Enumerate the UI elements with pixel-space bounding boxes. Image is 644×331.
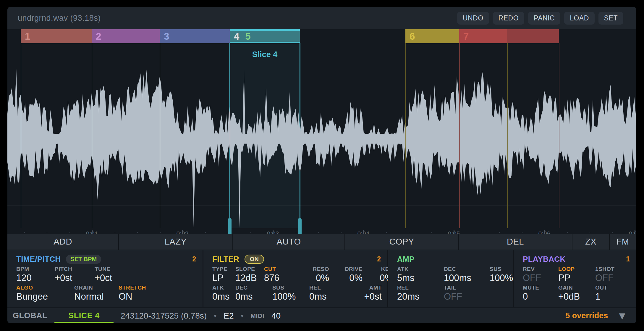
add-button[interactable]: ADD (7, 234, 118, 250)
param-stretch[interactable]: STRETCHON (119, 285, 163, 302)
param-sus[interactable]: SUS100% (272, 285, 309, 302)
param-value[interactable]: 0% (334, 273, 363, 283)
param-1shot[interactable]: 1SHOTOFF (595, 266, 631, 283)
zx-button[interactable]: ZX (572, 234, 609, 250)
slice-boundary-line[interactable] (160, 43, 160, 228)
waveform-zone[interactable]: Slice 4 1234567 0:010:020:030:040:050:06… (7, 29, 636, 234)
param-type[interactable]: TYPELP (212, 266, 235, 283)
param-label: MUTE (523, 285, 558, 291)
param-value[interactable]: Normal (74, 292, 119, 302)
param-value[interactable]: Bungee (16, 292, 74, 302)
param-cut[interactable]: CUT876 (264, 266, 300, 283)
param-value[interactable]: 5ms (397, 273, 444, 283)
param-value[interactable]: ON (119, 292, 163, 302)
param-drive[interactable]: DRIVE0% (334, 266, 368, 283)
param-bpm[interactable]: BPM120 (16, 266, 55, 283)
redo-button[interactable]: REDO (493, 12, 524, 25)
param-value[interactable]: +0st (348, 292, 382, 302)
param-pitch[interactable]: PITCH+0st (55, 266, 95, 283)
ruler-minor-tick (69, 232, 70, 233)
param-value[interactable]: PP (558, 273, 595, 283)
panel-header: FILTERON2 (212, 254, 381, 264)
param-tune[interactable]: TUNE+0ct (95, 266, 154, 283)
panel-title: TIME/PITCH (16, 255, 61, 264)
slice-header-6[interactable]: 6 (405, 29, 459, 43)
param-value[interactable]: 12dB (235, 273, 264, 283)
slice-header-unlabeled[interactable] (507, 29, 559, 43)
slice-header-4[interactable]: 45 (230, 29, 300, 43)
param-rel[interactable]: REL0ms (309, 285, 348, 302)
ruler-minor-tick (160, 232, 161, 233)
param-label: REV (523, 266, 558, 272)
undo-button[interactable]: UNDO (457, 12, 489, 25)
param-value[interactable]: 876 (264, 273, 300, 283)
panel-row: REL20msTAILOFF (397, 285, 507, 302)
param-atk[interactable]: ATK5ms (397, 266, 444, 283)
param-dec[interactable]: DEC100ms (444, 266, 490, 283)
param-value[interactable]: 0ms (309, 292, 348, 302)
param-loop[interactable]: LOOPPP (558, 266, 595, 283)
ruler-minor-tick (137, 232, 138, 233)
slice-header-2[interactable]: 2 (92, 29, 160, 43)
expand-panel-icon[interactable]: ▼ (617, 311, 627, 321)
tab-global[interactable]: GLOBAL (13, 311, 47, 320)
set-button[interactable]: SET (598, 12, 623, 25)
param-value[interactable]: OFF (523, 273, 558, 283)
param-amt[interactable]: AMT+0st (348, 285, 387, 302)
ruler-minor-tick (24, 232, 25, 233)
set-bpm-toggle[interactable]: SET BPM (66, 255, 101, 264)
param-reso[interactable]: RESO0% (300, 266, 334, 283)
slice-header-3[interactable]: 3 (160, 29, 230, 43)
ruler-minor-tick (296, 232, 296, 233)
slice-header-7[interactable]: 7 (459, 29, 507, 43)
param-tail[interactable]: TAILOFF (444, 285, 490, 302)
param-value[interactable]: 1 (595, 292, 631, 302)
param-value[interactable]: 0ms (212, 292, 235, 302)
slice-boundary-line[interactable] (507, 43, 508, 228)
param-gain[interactable]: GAIN+0dB (558, 285, 595, 302)
param-slope[interactable]: SLOPE12dB (235, 266, 264, 283)
param-value[interactable]: 0 (523, 292, 558, 302)
param-value[interactable]: 0ms (235, 292, 272, 302)
param-label: REL (397, 285, 444, 291)
param-value[interactable]: 100% (272, 292, 309, 302)
slice-header-1[interactable]: 1 (21, 29, 92, 43)
slice-note[interactable]: E2 (224, 311, 234, 321)
slice-boundary-line[interactable] (92, 43, 92, 228)
param-atk[interactable]: ATK0ms (212, 285, 235, 302)
param-rev[interactable]: REVOFF (523, 266, 558, 283)
on-toggle[interactable]: ON (245, 255, 264, 264)
param-value[interactable]: +0st (55, 273, 95, 283)
param-rel[interactable]: REL20ms (397, 285, 444, 302)
slice-boundary-line[interactable] (459, 43, 460, 228)
del-button[interactable]: DEL (459, 234, 572, 250)
slice-boundary-line[interactable] (405, 43, 406, 228)
param-value[interactable]: OFF (444, 292, 490, 302)
slice-boundary-line[interactable] (230, 43, 230, 228)
param-value[interactable]: 120 (16, 273, 55, 283)
param-out[interactable]: OUT1 (595, 285, 631, 302)
copy-button[interactable]: COPY (345, 234, 458, 250)
param-value[interactable]: 0% (300, 273, 329, 283)
panic-button[interactable]: PANIC (528, 12, 560, 25)
param-dec[interactable]: DEC0ms (235, 285, 272, 302)
param-value[interactable]: LP (212, 273, 235, 283)
load-button[interactable]: LOAD (564, 12, 595, 25)
fm-button[interactable]: FM (610, 234, 636, 250)
param-algo[interactable]: ALGOBungee (16, 285, 74, 302)
midi-value[interactable]: 40 (271, 311, 281, 321)
param-value[interactable]: 20ms (397, 292, 444, 302)
param-value[interactable]: +0ct (95, 273, 154, 283)
override-count-badge: 2 (377, 255, 381, 263)
param-value[interactable]: OFF (595, 273, 631, 283)
slice-end-line[interactable] (559, 43, 559, 228)
param-mute[interactable]: MUTE0 (523, 285, 558, 302)
panel-title: PLAYBACK (523, 255, 565, 264)
param-grain[interactable]: GRAINNormal (74, 285, 119, 302)
slice-boundary-line[interactable] (21, 43, 21, 228)
lazy-button[interactable]: LAZY (119, 234, 232, 250)
tab-slice[interactable]: SLICE 4 (54, 311, 114, 320)
param-value[interactable]: 100ms (444, 273, 490, 283)
param-value[interactable]: +0dB (558, 292, 595, 302)
auto-button[interactable]: AUTO (233, 234, 344, 250)
